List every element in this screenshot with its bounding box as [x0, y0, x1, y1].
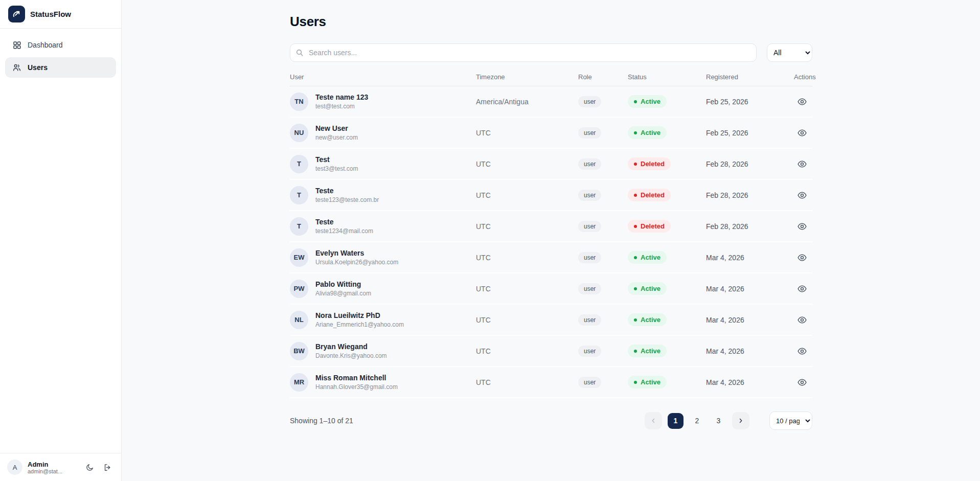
user-avatar: EW [290, 248, 308, 267]
user-timezone: UTC [476, 285, 578, 293]
status-badge: Active [628, 251, 667, 264]
user-email: new@user.com [315, 134, 358, 141]
next-page-button[interactable] [732, 412, 749, 429]
table-row: TN Teste name 123 test@test.com America/… [290, 86, 812, 118]
status-label: Deleted [641, 160, 665, 168]
view-user-button[interactable] [795, 126, 809, 140]
user-timezone: America/Antigua [476, 98, 578, 106]
toolbar: All [290, 43, 812, 62]
status-badge: Deleted [628, 189, 671, 201]
registered-date: Mar 4, 2026 [706, 254, 794, 262]
sidebar-item-dashboard[interactable]: Dashboard [5, 35, 116, 55]
user-avatar: NU [290, 124, 308, 142]
user-avatar: T [290, 217, 308, 236]
registered-date: Feb 28, 2026 [706, 191, 794, 199]
column-header-role: Role [578, 73, 628, 81]
user-email: Ursula.Koelpin26@yahoo.com [315, 259, 398, 266]
user-avatar: PW [290, 280, 308, 298]
statusflow-logo-icon [8, 6, 25, 22]
admin-email: admin@stat... [28, 468, 71, 474]
table-row: T Teste teste123@teste.com.br UTC user D… [290, 180, 812, 211]
user-email: teste123@teste.com.br [315, 196, 379, 203]
registered-date: Feb 25, 2026 [706, 98, 794, 106]
user-timezone: UTC [476, 160, 578, 168]
column-header-timezone: Timezone [476, 73, 578, 81]
table-body: TN Teste name 123 test@test.com America/… [290, 86, 812, 398]
registered-date: Feb 25, 2026 [706, 129, 794, 137]
user-timezone: UTC [476, 191, 578, 199]
column-header-actions: Actions [794, 73, 816, 81]
column-header-status: Status [628, 73, 706, 81]
admin-name: Admin [28, 461, 78, 468]
status-dot-icon [634, 194, 637, 197]
status-dot-icon [634, 225, 637, 228]
page-button-3[interactable]: 3 [711, 413, 726, 429]
role-badge: user [578, 221, 601, 232]
sidebar-nav: Dashboard Users [0, 29, 121, 84]
logout-icon [103, 463, 112, 472]
registered-date: Feb 28, 2026 [706, 160, 794, 168]
users-icon [12, 63, 21, 72]
eye-icon [797, 190, 807, 200]
user-avatar: MR [290, 373, 308, 392]
table-row: T Teste teste1234@mail.com UTC user Dele… [290, 211, 812, 242]
user-timezone: UTC [476, 378, 578, 386]
role-badge: user [578, 283, 601, 294]
view-user-button[interactable] [795, 219, 809, 234]
page-button-2[interactable]: 2 [689, 413, 705, 429]
view-user-button[interactable] [795, 157, 809, 171]
dark-mode-toggle[interactable] [83, 461, 96, 474]
user-avatar: T [290, 186, 308, 204]
user-name: Miss Roman Mitchell [315, 374, 398, 382]
status-filter-select[interactable]: All [767, 43, 812, 62]
column-header-registered: Registered [706, 73, 794, 81]
per-page-select[interactable]: 10 / page [769, 411, 812, 430]
status-label: Active [641, 98, 660, 105]
view-user-button[interactable] [795, 344, 809, 358]
user-email: Ariane_Emmerich1@yahoo.com [315, 321, 404, 328]
role-badge: user [578, 158, 601, 170]
registered-date: Mar 4, 2026 [706, 347, 794, 355]
user-email: Hannah.Glover35@gmail.com [315, 383, 398, 391]
user-timezone: UTC [476, 254, 578, 262]
sidebar-item-users[interactable]: Users [5, 57, 116, 78]
view-user-button[interactable] [795, 313, 809, 327]
user-name: Bryan Wiegand [315, 342, 387, 351]
view-user-button[interactable] [795, 95, 809, 109]
view-user-button[interactable] [795, 282, 809, 296]
eye-icon [797, 128, 807, 138]
user-name: Teste [315, 187, 379, 195]
status-dot-icon [634, 100, 637, 103]
user-avatar: BW [290, 342, 308, 360]
eye-icon [797, 221, 807, 232]
admin-avatar: A [7, 460, 22, 475]
user-email: Davonte.Kris@yahoo.com [315, 352, 387, 359]
status-label: Active [641, 285, 660, 292]
eye-icon [797, 315, 807, 325]
status-badge: Active [628, 126, 667, 139]
view-user-button[interactable] [795, 375, 809, 390]
status-dot-icon [634, 163, 637, 166]
table-row: NL Nora Lueilwitz PhD Ariane_Emmerich1@y… [290, 305, 812, 336]
table-row: EW Evelyn Waters Ursula.Koelpin26@yahoo.… [290, 242, 812, 273]
main-content: Users All User Timezone Role Status Regi… [122, 0, 980, 481]
previous-page-button[interactable] [645, 412, 662, 429]
eye-icon [797, 377, 807, 387]
logout-button[interactable] [101, 461, 114, 474]
status-label: Active [641, 316, 660, 324]
view-user-button[interactable] [795, 250, 809, 265]
role-badge: user [578, 346, 601, 357]
view-user-button[interactable] [795, 188, 809, 202]
status-label: Active [641, 378, 660, 386]
page-button-1[interactable]: 1 [668, 413, 683, 429]
status-label: Active [641, 254, 660, 261]
role-badge: user [578, 127, 601, 139]
user-timezone: UTC [476, 347, 578, 355]
registered-date: Feb 28, 2026 [706, 222, 794, 231]
search-wrap [290, 43, 757, 62]
registered-date: Mar 4, 2026 [706, 285, 794, 293]
page-title: Users [290, 14, 812, 30]
status-label: Active [641, 347, 660, 355]
status-dot-icon [634, 318, 637, 322]
search-input[interactable] [290, 43, 757, 62]
